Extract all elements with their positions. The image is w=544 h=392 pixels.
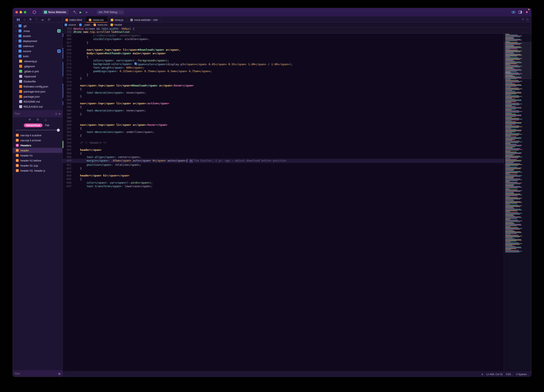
code-line[interactable]: 365 z-index</span>: unset</span>; xyxy=(63,34,504,37)
project-tab[interactable]: Nova Website xyxy=(42,10,69,15)
view-flat[interactable]: Flat xyxy=(43,123,51,127)
minimap[interactable]: Headers xyxy=(504,34,531,372)
filetree-filter-input[interactable] xyxy=(15,112,54,115)
debug-scheme-selector[interactable]: php PHP Debug ⌃⌄ xyxy=(97,10,124,15)
code-line[interactable]: 383 xyxy=(63,98,504,102)
symbols-depth-slider[interactable] xyxy=(13,128,62,133)
debug-bug-icon[interactable]: ✱ xyxy=(29,18,32,21)
code-line[interactable]: 372 color</span>: var</span>(--foregroun… xyxy=(63,59,504,62)
code-line[interactable]: 367 } xyxy=(63,41,504,44)
sticky-scroll[interactable]: 360 @media screen && (min-width: 360px) … xyxy=(63,27,531,34)
crumb[interactable]: nova.css xyxy=(97,23,107,26)
code-line[interactable]: 398 { xyxy=(63,152,504,155)
symbol-row[interactable]: #header h1 xyxy=(13,153,62,158)
breadcrumbs[interactable]: source / _static / nova.css / header xyxy=(63,23,531,27)
status-indent[interactable]: 4 Spaces⌄ xyxy=(516,373,529,376)
status-language[interactable]: CSS⌄ xyxy=(506,373,513,376)
code-line[interactable]: 403 xyxy=(63,170,504,174)
symbol-warning-icon[interactable]: △ xyxy=(45,118,47,121)
code-line[interactable]: 407 text-transform</span>: lowercase</sp… xyxy=(63,184,504,188)
crumb[interactable]: _static xyxy=(83,23,90,26)
folder-row[interactable]: ›deployment xyxy=(13,39,62,44)
code-line[interactable]: 389 xyxy=(63,120,504,123)
code-line[interactable]: 366 visibility</span>: visible</span>; xyxy=(63,37,504,41)
code-line[interactable]: 391 { xyxy=(63,127,504,130)
new-tab-button[interactable]: ✦ xyxy=(525,10,529,15)
file-tree[interactable]: ›.git›.novaA›assets›deployment›selenium›… xyxy=(13,23,62,110)
search-icon[interactable]: ⌕ xyxy=(24,18,25,21)
folder-row[interactable]: ›sourceM xyxy=(13,49,62,54)
symbol-row[interactable]: #header h1:before xyxy=(13,158,62,163)
file-row[interactable]: .gitlab-ci.yml xyxy=(13,69,62,74)
symbol-row[interactable]: #header h1 sup xyxy=(13,163,62,168)
code-line[interactable]: 390 nav</span>.top</span> li</span> a</s… xyxy=(63,123,504,127)
symbols-filter-target-icon[interactable]: ▣ xyxy=(58,372,61,375)
view-hierarchical[interactable]: Hierarchical xyxy=(24,123,42,127)
editor-tab[interactable]: nova-website – zsh xyxy=(127,16,162,22)
file-row[interactable]: RELEASES.md xyxy=(13,104,62,109)
split-icon[interactable]: ◫ xyxy=(526,18,529,21)
crumb[interactable]: source xyxy=(68,23,76,26)
folder-row[interactable]: ›assets xyxy=(13,34,62,39)
code-line[interactable]: 381 text-decoration</span>: none</span>; xyxy=(63,91,504,94)
clock-icon[interactable]: ◷ xyxy=(55,112,57,115)
code-line[interactable]: 382 } xyxy=(63,94,504,98)
file-row[interactable]: .eleventy.js xyxy=(13,59,62,64)
file-row[interactable]: .gitignore xyxy=(13,64,62,69)
file-row[interactable]: package-lock.json xyxy=(13,89,62,94)
file-row[interactable]: linkinator.config.json xyxy=(13,84,62,89)
code-line[interactable]: 396 xyxy=(63,144,504,148)
files-icon[interactable]: ▮▮ xyxy=(17,18,20,21)
code-line[interactable]: 375 padding</span>: 0.325em</span> 0.75e… xyxy=(63,69,504,73)
file-row[interactable]: Dockerfile xyxy=(13,79,62,84)
code-line[interactable]: 385 { xyxy=(63,105,504,109)
folder-row[interactable]: ›selenium xyxy=(13,44,62,49)
code-line[interactable]: 374 font-weight</span>: 800</span>; xyxy=(63,66,504,69)
scm-filter-icon[interactable]: ◈ xyxy=(59,112,61,115)
zoom-button[interactable] xyxy=(24,11,26,13)
code-line[interactable]: 369 nav</span>.top</span> li</span>#down… xyxy=(63,48,504,52)
folder-row[interactable]: ›.git xyxy=(13,23,62,28)
code-line[interactable]: 386 text-decoration</span>: none</span>; xyxy=(63,109,504,112)
cloud-icon[interactable]: ☁ xyxy=(41,18,44,21)
code-line[interactable]: 387 } xyxy=(63,112,504,116)
file-row[interactable]: README.md xyxy=(13,99,62,104)
code-line[interactable]: 400 margin</span>: .65em</span> auto</sp… xyxy=(63,159,504,163)
code-line[interactable]: 370 body</span>#notfound</span> main</sp… xyxy=(63,52,504,55)
symbols-filter-input[interactable] xyxy=(15,372,57,375)
run-icon[interactable]: ▶ xyxy=(79,10,83,14)
code-line[interactable]: 378 xyxy=(63,80,504,84)
file-row[interactable]: package.json xyxy=(13,94,62,99)
build-icon[interactable]: 🔨 xyxy=(73,10,77,14)
symbols-list[interactable]: #nav.top li a:active#nav.top li a:hoverH… xyxy=(13,133,62,370)
status-cursor-pos[interactable]: Ln 400, Col 31 xyxy=(486,373,503,376)
file-row[interactable]: .htpasswd xyxy=(13,74,62,79)
code-line[interactable]: 368 xyxy=(63,44,504,48)
stop-icon[interactable]: ■ xyxy=(85,10,89,14)
code-editor[interactable]: 365 z-index</span>: unset</span>;366 vis… xyxy=(63,34,504,372)
symbol-structure-icon[interactable]: ⧉ xyxy=(37,118,39,121)
code-line[interactable]: 384 nav</span>.top</span> li</span> a</s… xyxy=(63,102,504,105)
code-line[interactable]: 377 } xyxy=(63,76,504,80)
symbol-row[interactable]: #nav.top li a:active xyxy=(13,133,62,138)
editor-tab[interactable]: nova.css xyxy=(86,16,108,22)
code-line[interactable]: 379 nav</span>.top</span> li</span>#down… xyxy=(63,84,504,87)
code-line[interactable]: 395 /* !- Headers */ xyxy=(63,141,504,144)
code-line[interactable]: 380 { xyxy=(63,87,504,91)
code-line[interactable]: 399 text-align</span>: center</span>; xyxy=(63,155,504,159)
symbol-row[interactable]: #header h2, header p xyxy=(13,168,62,173)
symbol-row[interactable]: HHeaders xyxy=(13,143,62,148)
status-target-icon[interactable]: ⊕ xyxy=(481,373,483,376)
symbol-row[interactable]: #header xyxy=(13,148,62,153)
code-line[interactable]: 388 xyxy=(63,116,504,120)
grid-icon[interactable]: ⊞ xyxy=(48,18,50,21)
code-line[interactable]: 376 } xyxy=(63,73,504,76)
code-line[interactable]: 405 { xyxy=(63,177,504,181)
scm-icon[interactable]: ⑂ xyxy=(35,18,37,21)
close-button[interactable] xyxy=(15,11,18,13)
editor-tab[interactable]: nova.js xyxy=(108,16,127,22)
symbol-row[interactable]: #nav.top li a:hover xyxy=(13,138,62,143)
code-line[interactable]: 404 header</span> h1</span></span> xyxy=(63,174,504,177)
code-line[interactable]: 402 } xyxy=(63,167,504,170)
editor-tab[interactable]: index.html xyxy=(63,16,86,22)
